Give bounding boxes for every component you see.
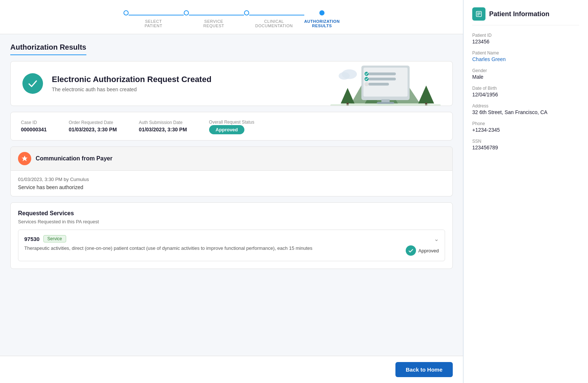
status-badge: Approved [209, 125, 245, 134]
case-id-label: Case ID [21, 120, 47, 125]
svg-rect-13 [368, 78, 396, 81]
svg-rect-12 [368, 72, 396, 75]
payer-header: Communication from Payer [10, 146, 453, 171]
svg-marker-6 [418, 86, 434, 104]
success-text: Electronic Authorization Request Created… [52, 75, 211, 92]
patient-info-icon [472, 7, 485, 21]
order-date-label: Order Requested Date [69, 120, 117, 125]
patient-address-row: Address 32 6th Street, San Francisco, CA [472, 103, 579, 115]
payer-message: Service has been authorized [18, 184, 445, 190]
patient-dob-row: Date of Birth 12/04/1956 [472, 86, 579, 97]
patient-id-value: 123456 [472, 39, 579, 45]
service-approved: Approved [406, 245, 439, 256]
svg-rect-11 [377, 102, 394, 104]
patient-gender-value: Male [472, 74, 579, 80]
patient-ssn-label: SSN [472, 139, 579, 144]
auth-date-label: Auth Submission Date [139, 120, 187, 125]
service-desc: Therapeutic activities, direct (one-on-o… [24, 245, 439, 256]
step-circle-2 [184, 10, 189, 15]
step-label-3: CLINICAL DOCUMENTATION [255, 19, 293, 28]
page-footer: Back to Home [0, 356, 463, 383]
auth-date-value: 01/03/2023, 3:30 PM [139, 127, 187, 132]
approved-icon [406, 245, 416, 256]
patient-dob-label: Date of Birth [472, 86, 579, 91]
patient-name-label: Patient Name [472, 50, 579, 56]
patient-name-row: Patient Name Charles Green [472, 50, 579, 62]
approved-label: Approved [418, 248, 439, 253]
patient-id-label: Patient ID [472, 33, 579, 38]
stepper: SELECT PATIENT SERVICE REQUEST CLINICAL … [123, 10, 340, 28]
step-circle-4 [319, 10, 325, 15]
services-section: Requested Services Services Requested in… [10, 202, 453, 269]
step-circle-1 [123, 10, 129, 15]
success-illustration [330, 61, 441, 106]
payer-title: Communication from Payer [36, 155, 112, 162]
svg-marker-4 [341, 88, 355, 103]
service-tag: Service [43, 235, 66, 242]
back-to-home-button[interactable]: Back to Home [395, 362, 453, 377]
auth-subtext: The electronic auth has been created [52, 86, 211, 92]
patient-ssn-value: 123456789 [472, 145, 579, 150]
payer-meta: 01/03/2023, 3:30 PM by Cumulus [18, 177, 445, 182]
patient-gender-label: Gender [472, 68, 579, 73]
step-service-request: SERVICE REQUEST [184, 10, 244, 28]
payer-body: 01/03/2023, 3:30 PM by Cumulus Service h… [10, 171, 453, 196]
order-date-item: Order Requested Date 01/03/2023, 3:30 PM [69, 120, 117, 132]
page-body: Authorization Results Electronic Authori… [0, 34, 463, 356]
page-title: Authorization Results [10, 43, 453, 55]
payer-icon [18, 152, 31, 165]
status-item: Overall Request Status Approved [209, 120, 254, 133]
status-label: Overall Request Status [209, 120, 254, 125]
svg-rect-14 [368, 83, 389, 86]
auth-success-card: Electronic Authorization Request Created… [10, 61, 453, 106]
step-line-3 [249, 15, 304, 15]
details-card: Case ID 000000341 Order Requested Date 0… [10, 112, 453, 141]
patient-address-value: 32 6th Street, San Francisco, CA [472, 109, 579, 115]
svg-rect-9 [363, 68, 408, 97]
stepper-container: SELECT PATIENT SERVICE REQUEST CLINICAL … [0, 0, 463, 34]
svg-point-19 [339, 72, 350, 80]
panel-header: Patient Information [472, 7, 579, 25]
case-id-value: 000000341 [21, 127, 47, 132]
panel-title: Patient Information [489, 10, 549, 18]
success-icon [22, 73, 43, 94]
patient-gender-row: Gender Male [472, 68, 579, 80]
step-select-patient: SELECT PATIENT [123, 10, 184, 28]
service-row: 97530 Service ⌄ Therapeutic activities, … [18, 230, 445, 261]
patient-name-value: Charles Green [472, 56, 579, 62]
patient-ssn-row: SSN 123456789 [472, 139, 579, 150]
step-label-4: AUTHORIZATION RESULTS [304, 19, 340, 28]
step-circle-3 [244, 10, 249, 15]
patient-address-label: Address [472, 103, 579, 109]
service-code: 97530 [24, 236, 40, 242]
step-auth-results: AUTHORIZATION RESULTS [304, 10, 340, 28]
patient-phone-row: Phone +1234-2345 [472, 121, 579, 133]
step-label-1: SELECT PATIENT [144, 19, 162, 28]
patient-phone-label: Phone [472, 121, 579, 126]
main-content: SELECT PATIENT SERVICE REQUEST CLINICAL … [0, 0, 463, 383]
auth-heading: Electronic Authorization Request Created [52, 75, 211, 84]
step-line-1 [129, 15, 184, 15]
patient-panel: Patient Information Patient ID 123456 Pa… [463, 0, 588, 383]
service-row-header: 97530 Service ⌄ [24, 235, 439, 242]
svg-rect-20 [330, 104, 441, 106]
patient-dob-value: 12/04/1956 [472, 92, 579, 97]
step-line-2 [189, 15, 244, 15]
order-date-value: 01/03/2023, 3:30 PM [69, 127, 117, 132]
services-title: Requested Services [18, 210, 445, 217]
case-id-item: Case ID 000000341 [21, 120, 47, 132]
chevron-down-icon[interactable]: ⌄ [434, 235, 439, 242]
patient-id-row: Patient ID 123456 [472, 33, 579, 45]
auth-date-item: Auth Submission Date 01/03/2023, 3:30 PM [139, 120, 187, 132]
payer-section: Communication from Payer 01/03/2023, 3:3… [10, 146, 453, 196]
patient-phone-value: +1234-2345 [472, 127, 579, 133]
services-subtitle: Services Requested in this PA request [18, 219, 445, 224]
service-desc-text: Therapeutic activities, direct (one-on-o… [24, 245, 398, 251]
step-label-2: SERVICE REQUEST [203, 19, 224, 28]
svg-point-17 [365, 82, 369, 86]
step-clinical-doc: CLINICAL DOCUMENTATION [244, 10, 304, 28]
